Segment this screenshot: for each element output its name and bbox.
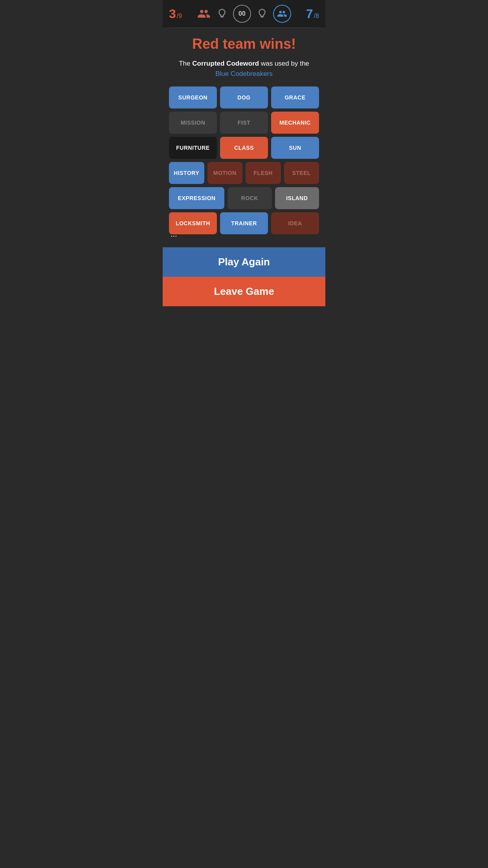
tile-rock[interactable]: ROCK [227, 187, 272, 209]
blue-score-number: 7 [306, 7, 313, 21]
win-title: Red team wins! [169, 36, 319, 52]
timer: 00 [233, 5, 251, 23]
tile-mechanic[interactable]: MECHANIC [271, 112, 319, 134]
main-content: Red team wins! The Corrupted Codeword wa… [163, 28, 325, 247]
red-team-icon [197, 7, 211, 21]
spy-icon-red [215, 7, 229, 21]
leave-game-button[interactable]: Leave Game [163, 277, 325, 306]
bottom-buttons: Play Again Leave Game [163, 247, 325, 306]
tile-fist[interactable]: FIST [220, 112, 268, 134]
tile-sun[interactable]: SUN [271, 137, 319, 159]
tile-furniture[interactable]: FURNITURE [169, 137, 217, 159]
more-dots[interactable]: ··· [169, 231, 319, 240]
subtitle-plain: The Corrupted Codeword was used by the [179, 60, 309, 67]
tile-motion[interactable]: MOTION [207, 162, 243, 184]
tile-mission[interactable]: MISSION [169, 112, 217, 134]
word-row-4: HISTORY MOTION FLESH STEEL [169, 162, 319, 184]
word-grid: SURGEON DOG GRACE MISSION FIST MECHANIC … [169, 86, 319, 234]
header-icons: 00 [197, 5, 291, 23]
word-row-1: SURGEON DOG GRACE [169, 86, 319, 108]
red-score-number: 3 [169, 7, 176, 21]
tile-steel[interactable]: STEEL [284, 162, 319, 184]
spy-icon-blue [255, 7, 269, 21]
tile-history[interactable]: HISTORY [169, 162, 204, 184]
tile-class[interactable]: CLASS [220, 137, 268, 159]
subtitle-blue: Blue Codebreakers [169, 69, 319, 79]
tile-expression[interactable]: EXPRESSION [169, 187, 224, 209]
tile-flesh[interactable]: FLESH [246, 162, 281, 184]
word-row-2: MISSION FIST MECHANIC [169, 112, 319, 134]
tile-dog[interactable]: DOG [220, 86, 268, 108]
tile-grace[interactable]: GRACE [271, 86, 319, 108]
blue-score: 7 /8 [306, 7, 319, 21]
word-row-3: FURNITURE CLASS SUN [169, 137, 319, 159]
red-score: 3 /9 [169, 7, 182, 21]
tile-island[interactable]: ISLAND [275, 187, 319, 209]
tile-surgeon[interactable]: SURGEON [169, 86, 217, 108]
red-score-total: /9 [177, 13, 182, 20]
subtitle-bold: Corrupted Codeword [192, 60, 259, 67]
header: 3 /9 00 7 /8 [163, 0, 325, 28]
play-again-button[interactable]: Play Again [163, 247, 325, 277]
blue-team-icon [273, 5, 291, 23]
blue-score-total: /8 [314, 13, 319, 20]
timer-value: 00 [238, 10, 246, 17]
word-row-5: EXPRESSION ROCK ISLAND [169, 187, 319, 209]
subtitle: The Corrupted Codeword was used by the B… [169, 59, 319, 79]
